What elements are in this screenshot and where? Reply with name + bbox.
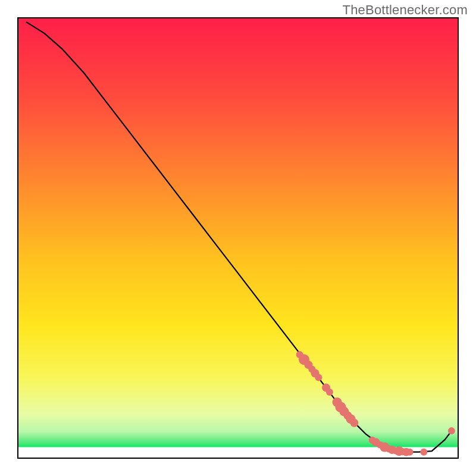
plot-background [18,18,458,458]
chart-svg [0,0,476,476]
highlight-point [420,449,427,456]
highlight-point [315,374,322,381]
highlight-point [350,419,358,427]
highlight-point [406,449,414,456]
highlight-point [326,389,333,396]
highlight-point [448,427,455,434]
chart-container: TheBottlenecker.com [0,0,476,476]
watermark-label: TheBottlenecker.com [343,2,468,18]
